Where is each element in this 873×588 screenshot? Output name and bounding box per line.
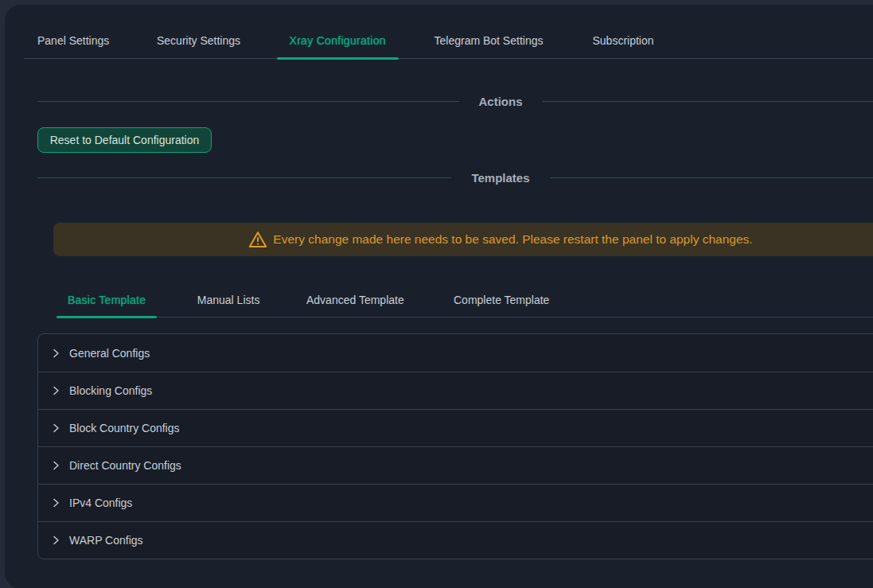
tab-label: Manual Lists [197, 294, 260, 306]
chevron-right-icon [52, 498, 61, 508]
chevron-right-icon [52, 423, 61, 433]
tab-basic-template[interactable]: Basic Template [57, 282, 157, 317]
tab-label: Telegram Bot Settings [435, 34, 544, 47]
templates-divider-title: Templates [451, 171, 549, 185]
settings-tab-bar: Panel Settings Security Settings Xray Co… [24, 22, 873, 59]
collapse-panel-label: Blocking Configs [69, 384, 152, 397]
tab-label: Security Settings [157, 34, 240, 47]
collapse-panel-general-configs[interactable]: General Configs [38, 334, 873, 372]
chevron-right-icon [52, 498, 61, 508]
collapse-panel-blocking-configs[interactable]: Blocking Configs [38, 372, 873, 409]
actions-divider: Actions [37, 95, 873, 107]
chevron-right-icon [52, 535, 61, 545]
restart-warning-alert: Every change made here needs to be saved… [53, 223, 873, 256]
chevron-right-icon [52, 349, 61, 358]
reset-default-config-button[interactable]: Reset to Default Configuration [37, 127, 212, 153]
tab-label: Xray Configuration [290, 34, 386, 47]
tab-label: Advanced Template [306, 294, 404, 306]
tab-complete-template[interactable]: Complete Template [442, 282, 560, 317]
chevron-right-icon [52, 423, 61, 433]
chevron-right-icon [52, 461, 61, 470]
tab-advanced-template[interactable]: Advanced Template [295, 282, 415, 317]
tab-security-settings[interactable]: Security Settings [144, 22, 253, 59]
collapse-panel-ipv4-configs[interactable]: IPv4 Configs [38, 484, 873, 521]
tab-panel-settings[interactable]: Panel Settings [25, 22, 122, 59]
collapse-panel-label: WARP Configs [69, 534, 143, 547]
collapse-panel-direct-country-configs[interactable]: Direct Country Configs [38, 446, 873, 484]
tab-manual-lists[interactable]: Manual Lists [186, 282, 271, 317]
tab-xray-configuration[interactable]: Xray Configuration [277, 22, 399, 59]
alert-message: Every change made here needs to be saved… [273, 232, 752, 247]
collapse-panel-label: Block Country Configs [69, 422, 180, 434]
tab-label: Subscription [593, 34, 654, 47]
tab-subscription[interactable]: Subscription [580, 22, 667, 59]
collapse-panel-label: General Configs [69, 347, 150, 360]
chevron-right-icon [52, 535, 61, 545]
chevron-right-icon [52, 349, 61, 358]
warning-triangle-icon [248, 231, 267, 248]
templates-divider: Templates [37, 171, 873, 184]
collapse-panel-label: Direct Country Configs [69, 459, 181, 472]
collapse-panel-block-country-configs[interactable]: Block Country Configs [38, 409, 873, 446]
collapse-panel-warp-configs[interactable]: WARP Configs [38, 521, 873, 559]
tab-label: Complete Template [454, 294, 549, 306]
settings-card: Panel Settings Security Settings Xray Co… [5, 5, 873, 588]
template-tab-bar: Basic Template Manual Lists Advanced Tem… [57, 282, 873, 317]
tab-label: Basic Template [68, 294, 146, 306]
chevron-right-icon [52, 386, 61, 395]
tab-telegram-bot-settings[interactable]: Telegram Bot Settings [422, 22, 556, 59]
chevron-right-icon [52, 386, 61, 395]
config-collapse: General Configs Blocking Configs Block C… [37, 333, 873, 559]
collapse-panel-label: IPv4 Configs [69, 496, 132, 509]
tab-label: Panel Settings [37, 34, 109, 47]
chevron-right-icon [52, 461, 61, 470]
actions-divider-title: Actions [459, 95, 543, 108]
